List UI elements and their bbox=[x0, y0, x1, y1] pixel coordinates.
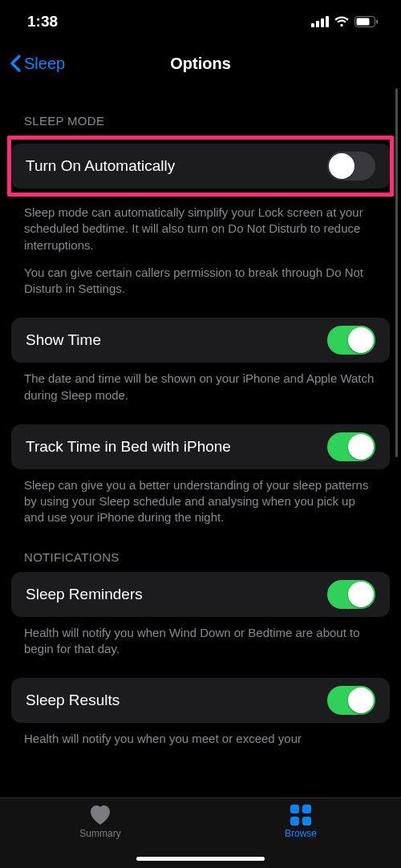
toggle-sleep-results[interactable] bbox=[327, 686, 375, 715]
cellular-icon bbox=[311, 16, 329, 27]
row-sleep-reminders[interactable]: Sleep Reminders bbox=[11, 572, 390, 617]
footer-text: The date and time will be shown on your … bbox=[0, 363, 401, 404]
svg-rect-7 bbox=[290, 805, 299, 813]
toggle-sleep-reminders[interactable] bbox=[327, 580, 375, 609]
svg-rect-2 bbox=[321, 18, 324, 27]
home-indicator[interactable] bbox=[136, 857, 265, 861]
back-button[interactable]: Sleep bbox=[10, 55, 65, 73]
footer-text: Health will notify you when you meet or … bbox=[0, 723, 401, 747]
footer-text: Sleep mode can automatically simplify yo… bbox=[0, 197, 401, 254]
status-bar: 1:38 bbox=[0, 0, 401, 43]
tab-label: Summary bbox=[79, 828, 120, 839]
row-show-time[interactable]: Show Time bbox=[11, 318, 390, 363]
svg-rect-3 bbox=[326, 16, 329, 27]
footer-text: Sleep can give you a better understandin… bbox=[0, 469, 401, 526]
grid-icon bbox=[290, 805, 311, 825]
status-icons bbox=[311, 16, 379, 27]
chevron-left-icon bbox=[10, 55, 21, 72]
status-time: 1:38 bbox=[27, 13, 58, 30]
nav-bar: Sleep Options bbox=[0, 43, 401, 83]
footer-text: You can give certain callers permission … bbox=[0, 254, 401, 298]
svg-rect-9 bbox=[290, 817, 299, 825]
row-label: Sleep Results bbox=[26, 692, 119, 709]
scroll-indicator[interactable] bbox=[395, 88, 398, 457]
svg-rect-10 bbox=[302, 817, 311, 825]
wifi-icon bbox=[334, 16, 350, 27]
battery-icon bbox=[354, 16, 379, 27]
back-label: Sleep bbox=[24, 55, 65, 73]
row-label: Show Time bbox=[26, 331, 101, 349]
toggle-turn-on-automatically[interactable] bbox=[327, 152, 375, 180]
svg-rect-8 bbox=[302, 805, 311, 813]
toggle-show-time[interactable] bbox=[327, 326, 375, 355]
row-label: Turn On Automatically bbox=[26, 157, 175, 175]
footer-text: Health will notify you when Wind Down or… bbox=[0, 617, 401, 658]
svg-rect-1 bbox=[316, 21, 319, 27]
svg-rect-5 bbox=[357, 18, 370, 26]
highlighted-row-frame: Turn On Automatically bbox=[7, 136, 394, 197]
row-track-time-in-bed[interactable]: Track Time in Bed with iPhone bbox=[11, 424, 390, 469]
row-turn-on-automatically[interactable]: Turn On Automatically bbox=[11, 144, 390, 189]
row-label: Sleep Reminders bbox=[26, 586, 143, 603]
row-sleep-results[interactable]: Sleep Results bbox=[11, 678, 390, 723]
section-header-notifications: NOTIFICATIONS bbox=[0, 526, 401, 572]
section-header-sleep-mode: SLEEP MODE bbox=[0, 83, 401, 136]
svg-rect-6 bbox=[376, 20, 378, 24]
tab-label: Browse bbox=[285, 828, 317, 839]
row-label: Track Time in Bed with iPhone bbox=[26, 438, 231, 456]
content-scroll[interactable]: SLEEP MODE Turn On Automatically Sleep m… bbox=[0, 83, 401, 797]
svg-rect-0 bbox=[311, 23, 314, 27]
toggle-track-time-in-bed[interactable] bbox=[327, 432, 375, 461]
heart-icon bbox=[88, 805, 112, 825]
